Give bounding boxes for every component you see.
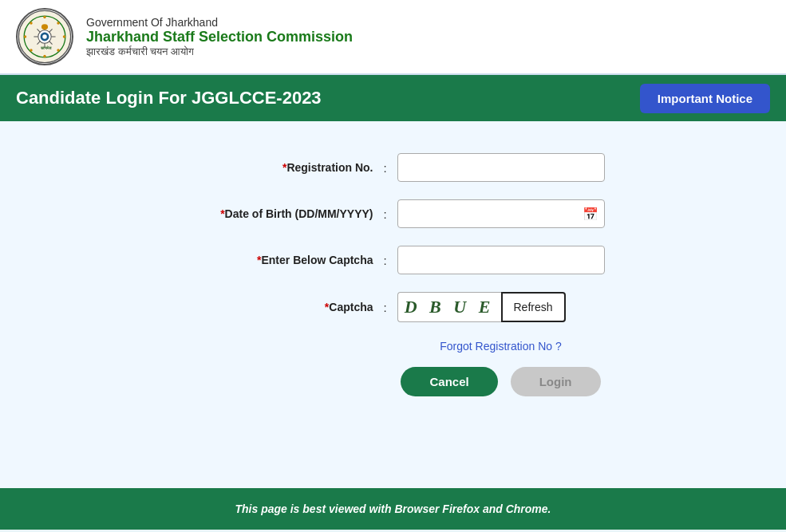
logo: सत्यमेव (16, 8, 73, 65)
captcha-input-row: *Enter Below Captcha : (114, 246, 673, 274)
main-content: *Registration No. : *Date of Birth (DD/M… (0, 121, 786, 488)
registration-label: *Registration No. (182, 161, 373, 174)
dob-row: *Date of Birth (DD/MM/YYYY) : 📅 (114, 199, 673, 228)
captcha-display-wrap: D B U E Refresh (397, 292, 605, 322)
registration-row: *Registration No. : (114, 153, 673, 182)
captcha-display-label: *Captcha (182, 301, 373, 313)
captcha-display-colon: : (373, 301, 397, 314)
svg-point-15 (24, 35, 26, 37)
title-bar: Candidate Login For JGGLCCE-2023 Importa… (0, 75, 786, 121)
footer-text: This page is best viewed with Browser Fi… (16, 502, 770, 515)
important-notice-button[interactable]: Important Notice (640, 84, 770, 113)
header-text-block: Government Of Jharkhand Jharkhand Staff … (86, 16, 353, 58)
captcha-text-input[interactable] (397, 246, 605, 274)
dob-label: *Date of Birth (DD/MM/YYYY) (182, 207, 373, 220)
svg-point-13 (43, 16, 45, 18)
form-buttons: Cancel Login (330, 367, 673, 396)
svg-point-18 (57, 49, 59, 51)
page-title: Candidate Login For JGGLCCE-2023 (16, 88, 322, 108)
svg-point-4 (42, 34, 46, 38)
captcha-input-label: *Enter Below Captcha (182, 254, 373, 266)
login-button[interactable]: Login (511, 367, 601, 396)
captcha-input-colon: : (373, 254, 397, 267)
footer: This page is best viewed with Browser Fi… (0, 488, 786, 530)
dob-input-wrap: 📅 (397, 199, 605, 228)
registration-input[interactable] (397, 153, 605, 182)
gov-label: Government Of Jharkhand (86, 16, 353, 29)
svg-point-20 (30, 49, 32, 51)
forgot-row: Forgot Registration No ? (330, 340, 673, 353)
dob-input[interactable] (397, 199, 605, 228)
svg-point-14 (43, 55, 45, 57)
header: सत्यमेव Government Of Jharkhand Jharkhan… (0, 0, 786, 75)
svg-text:सत्यमेव: सत्यमेव (40, 45, 52, 50)
captcha-display-row: *Captcha : D B U E Refresh (114, 292, 673, 322)
cancel-button[interactable]: Cancel (401, 367, 497, 396)
captcha-input-wrap (397, 246, 605, 274)
login-form: *Registration No. : *Date of Birth (DD/M… (114, 153, 673, 396)
forgot-registration-link[interactable]: Forgot Registration No ? (440, 340, 562, 353)
commission-label: Jharkhand Staff Selection Commission (86, 29, 353, 45)
svg-point-21 (41, 24, 48, 30)
svg-point-16 (63, 35, 65, 37)
date-input-container: 📅 (397, 199, 605, 228)
captcha-display-container: D B U E Refresh (397, 292, 605, 322)
svg-point-19 (57, 22, 59, 24)
hindi-label: झारखंड कर्मचारी चयन आयोग (86, 45, 353, 58)
captcha-image: D B U E (397, 292, 501, 322)
svg-point-17 (30, 22, 32, 24)
dob-colon: : (373, 207, 397, 221)
registration-colon: : (373, 161, 397, 175)
registration-input-wrap (397, 153, 605, 182)
refresh-button[interactable]: Refresh (501, 292, 566, 322)
